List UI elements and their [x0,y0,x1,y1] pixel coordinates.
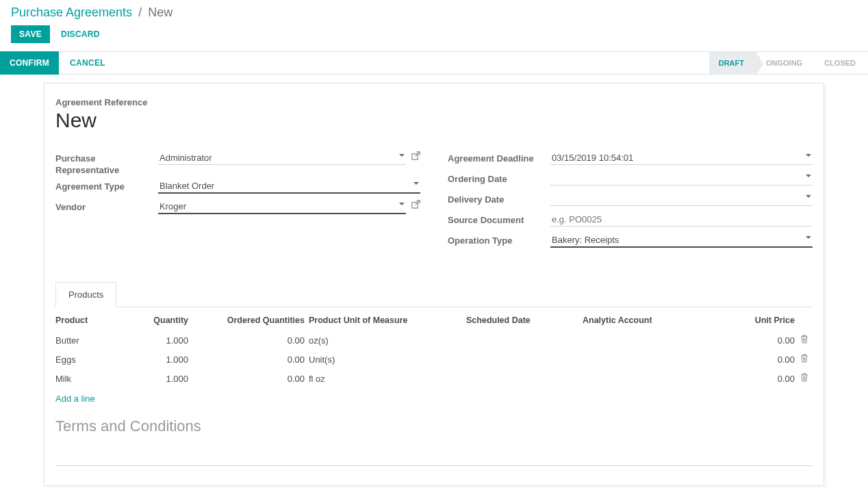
cell-product[interactable]: Eggs [55,350,144,369]
cell-price[interactable]: 0.00 [699,331,799,350]
source-doc-input[interactable] [550,213,813,227]
status-step-closed[interactable]: CLOSED [815,52,868,74]
breadcrumb: Purchase Agreements / New [0,0,868,23]
ordering-date-label: Ordering Date [448,172,550,185]
delivery-date-input[interactable] [550,192,813,206]
table-row[interactable]: Milk1.0000.00fl oz0.00 [55,369,813,388]
trash-icon[interactable] [800,374,808,384]
cell-quantity[interactable]: 1.000 [144,331,192,350]
trash-icon[interactable] [800,335,808,346]
confirm-button[interactable]: CONFIRM [0,51,59,75]
external-link-icon[interactable] [411,151,420,162]
discard-button[interactable]: DISCARD [61,29,100,39]
vendor-label: Vendor [55,200,158,214]
cell-price[interactable]: 0.00 [699,369,799,388]
tabs: Products [55,281,813,307]
cell-scheduled[interactable] [466,369,583,388]
cell-uom[interactable]: fl oz [309,369,466,388]
reference-label: Agreement Reference [55,97,813,107]
cell-analytic[interactable] [583,369,699,388]
terms-field[interactable]: Terms and Conditions [55,417,813,466]
col-quantity: Quantity [144,309,192,331]
agreement-type-input[interactable] [158,179,420,194]
trash-icon[interactable] [800,354,808,365]
table-row[interactable]: Eggs1.0000.00Unit(s)0.00 [55,350,813,369]
cell-quantity[interactable]: 1.000 [144,369,192,388]
cell-analytic[interactable] [583,350,699,369]
add-line-button[interactable]: Add a line [55,388,95,408]
external-link-icon[interactable] [411,200,420,211]
cancel-button[interactable]: CANCEL [70,58,105,68]
cell-scheduled[interactable] [466,350,583,369]
purchase-rep-input[interactable] [158,151,406,165]
col-ordered: Ordered Quantities [192,309,309,331]
reference-value: New [55,109,813,132]
col-analytic: Analytic Account [583,309,699,331]
deadline-input[interactable] [550,151,813,165]
col-scheduled: Scheduled Date [466,309,583,331]
cell-product[interactable]: Milk [55,369,144,388]
save-button[interactable]: SAVE [11,25,50,43]
terms-placeholder: Terms and Conditions [55,417,201,435]
breadcrumb-separator: / [138,5,142,19]
ordering-date-input[interactable] [550,172,813,185]
cell-analytic[interactable] [583,331,699,350]
products-table: Product Quantity Ordered Quantities Prod… [55,309,813,388]
cell-product[interactable]: Butter [55,331,144,350]
col-uom: Product Unit of Measure [309,309,466,331]
toolbar: SAVE DISCARD [0,23,868,51]
purchase-rep-label: Purchase Representative [55,151,158,177]
table-row[interactable]: Butter1.0000.00oz(s)0.00 [55,331,813,350]
col-price: Unit Price [699,309,799,331]
col-product: Product [55,309,144,331]
status-step-draft[interactable]: DRAFT [709,52,756,74]
cell-scheduled[interactable] [466,331,583,350]
cell-ordered[interactable]: 0.00 [192,331,309,350]
form-sheet: Agreement Reference New Purchase Represe… [44,83,824,486]
source-doc-label: Source Document [448,213,550,227]
operation-type-label: Operation Type [448,233,550,247]
cell-ordered[interactable]: 0.00 [192,369,309,388]
deadline-label: Agreement Deadline [448,151,550,165]
delivery-date-label: Delivery Date [448,192,550,206]
tab-products[interactable]: Products [55,282,116,307]
operation-type-input[interactable] [550,233,813,248]
vendor-input[interactable] [158,200,406,214]
cell-uom[interactable]: Unit(s) [309,350,466,369]
breadcrumb-current: New [148,5,173,19]
status-step-ongoing[interactable]: ONGOING [756,52,815,74]
status-steps: DRAFT ONGOING CLOSED [709,52,868,74]
agreement-type-label: Agreement Type [55,179,158,193]
breadcrumb-root[interactable]: Purchase Agreements [11,5,132,19]
status-bar: CONFIRM CANCEL DRAFT ONGOING CLOSED [0,51,868,75]
cell-ordered[interactable]: 0.00 [192,350,309,369]
cell-price[interactable]: 0.00 [699,350,799,369]
cell-quantity[interactable]: 1.000 [144,350,192,369]
cell-uom[interactable]: oz(s) [309,331,466,350]
